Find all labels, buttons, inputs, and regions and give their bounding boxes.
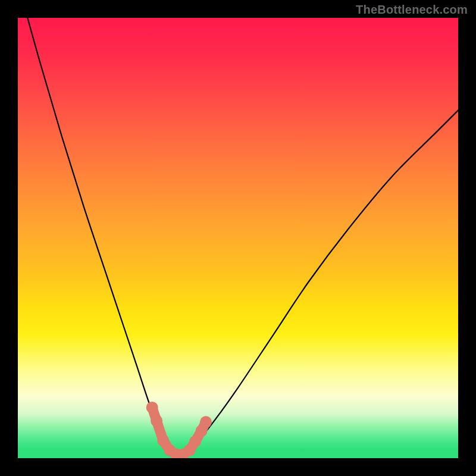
right-curve	[176, 110, 458, 456]
watermark-text: TheBottleneck.com	[356, 3, 468, 17]
data-dot	[189, 436, 201, 447]
data-dot	[157, 434, 169, 446]
data-dot	[146, 402, 158, 414]
curves-svg	[18, 18, 458, 458]
plot-area	[18, 18, 458, 458]
left-curve	[18, 18, 176, 456]
data-dot	[151, 415, 162, 427]
outer-frame: TheBottleneck.com	[0, 0, 476, 476]
data-dot	[200, 416, 212, 428]
